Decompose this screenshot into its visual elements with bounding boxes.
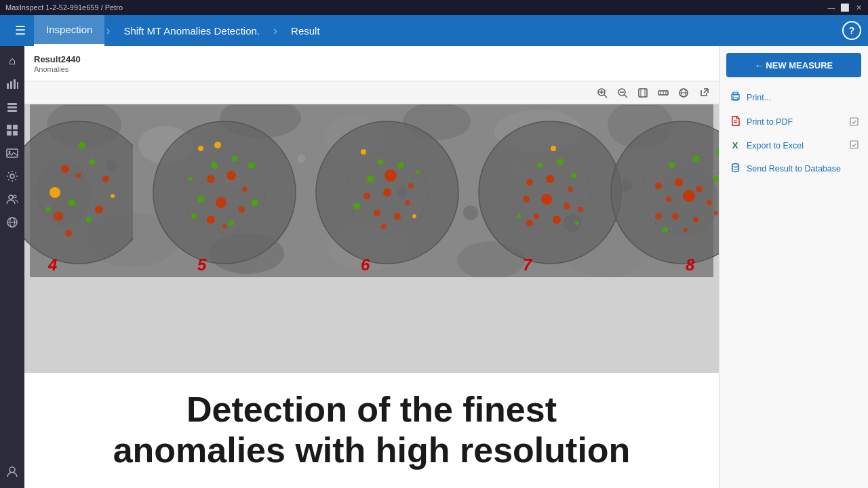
circle-8 [604, 111, 719, 270]
svg-point-103 [367, 176, 374, 182]
svg-point-95 [222, 224, 226, 228]
zoom-fit-btn[interactable] [633, 85, 652, 101]
sidebar-icon-settings[interactable] [1, 165, 23, 187]
svg-rect-7 [7, 125, 12, 129]
svg-rect-0 [7, 83, 9, 89]
svg-point-77 [111, 194, 115, 198]
send-db-icon [729, 163, 741, 175]
detection-text: Detection of the finest anomalies with h… [24, 373, 719, 488]
svg-point-104 [384, 169, 397, 182]
print-action[interactable]: Print... [726, 88, 861, 107]
svg-point-146 [693, 217, 698, 222]
export-excel-extra [850, 140, 859, 150]
detection-line1: Detection of the finest [113, 390, 631, 430]
result-subtitle: Anomalies [34, 65, 709, 73]
measure-btn[interactable] [654, 85, 673, 101]
svg-point-160 [732, 164, 738, 167]
svg-point-91 [229, 220, 234, 226]
sidebar-icon-globe[interactable] [1, 211, 23, 233]
svg-point-130 [578, 207, 583, 212]
svg-point-144 [707, 200, 712, 205]
svg-point-139 [655, 182, 662, 189]
svg-point-69 [102, 176, 109, 182]
svg-point-101 [378, 159, 383, 165]
sidebar-icon-layers[interactable] [1, 96, 23, 118]
nav-shift-mt[interactable]: Shift MT Anomalies Detection. [111, 15, 272, 46]
view-area[interactable]: 4 5 6 7 8 Detection of the finest anomal… [24, 104, 719, 488]
svg-point-102 [397, 162, 404, 169]
svg-point-155 [732, 96, 734, 97]
svg-point-14 [9, 195, 13, 199]
hamburger-menu[interactable]: ☰ [7, 23, 34, 38]
svg-point-120 [571, 173, 576, 178]
content-area: Result2440 Anomalies [24, 46, 719, 488]
sidebar-icon-users[interactable] [1, 188, 23, 210]
svg-point-143 [683, 190, 695, 202]
svg-point-123 [568, 186, 573, 192]
sidebar-icon-home[interactable]: ⌂ [1, 50, 23, 72]
svg-point-128 [553, 216, 561, 224]
export-excel-action[interactable]: X Export to Excel [726, 137, 861, 154]
svg-point-98 [214, 142, 221, 148]
export-view-btn[interactable] [694, 85, 713, 101]
nav-inspection[interactable]: Inspection [34, 15, 104, 46]
svg-point-93 [248, 162, 255, 169]
svg-point-119 [557, 159, 564, 165]
sidebar-icon-image[interactable] [1, 142, 23, 164]
svg-point-138 [713, 176, 719, 182]
zoom-out-btn[interactable] [613, 85, 632, 101]
svg-point-89 [238, 206, 245, 213]
send-db-label: Send Result to Database [747, 164, 859, 174]
svg-line-39 [704, 89, 708, 93]
maximize-btn[interactable]: ⬜ [841, 3, 849, 12]
print-pdf-label: Print to PDF [747, 117, 844, 127]
svg-point-127 [534, 214, 539, 219]
close-btn[interactable]: ✕ [854, 3, 863, 12]
svg-point-68 [90, 159, 95, 165]
svg-point-90 [207, 216, 215, 224]
svg-point-96 [252, 199, 258, 206]
svg-point-19 [9, 467, 15, 472]
svg-point-107 [383, 188, 391, 197]
detection-line2: anomalies with high resolution [113, 430, 631, 471]
svg-point-122 [546, 175, 554, 183]
print-pdf-action[interactable]: Print to PDF [726, 113, 861, 131]
svg-point-94 [198, 146, 203, 151]
svg-point-129 [517, 214, 521, 218]
svg-rect-158 [850, 118, 858, 125]
sidebar-icon-grid[interactable] [1, 119, 23, 141]
svg-point-80 [153, 121, 296, 264]
svg-rect-3 [17, 82, 18, 89]
svg-point-84 [207, 175, 215, 183]
svg-rect-159 [850, 141, 858, 148]
svg-point-76 [65, 230, 72, 237]
subheader: Result2440 Anomalies [24, 46, 719, 81]
svg-rect-10 [13, 131, 18, 136]
svg-point-75 [86, 217, 92, 222]
svg-rect-8 [13, 125, 18, 129]
new-measure-button[interactable]: ← NEW MEASURE [726, 53, 861, 77]
zoom-in-btn[interactable] [593, 85, 612, 101]
minimize-btn[interactable]: — [827, 3, 835, 12]
svg-point-136 [669, 163, 675, 168]
sidebar-icon-chart[interactable] [1, 73, 23, 95]
svg-point-92 [191, 214, 197, 219]
globe-btn[interactable] [674, 85, 693, 101]
microscope-view: 4 5 6 7 8 [24, 104, 719, 277]
svg-point-141 [696, 186, 703, 192]
nav-sep-2: › [273, 24, 277, 38]
nav-bar: ☰ Inspection › Shift MT Anomalies Detect… [0, 15, 868, 46]
help-button[interactable]: ? [842, 21, 861, 40]
svg-point-72 [68, 199, 75, 206]
print-label: Print... [747, 93, 859, 102]
svg-point-137 [692, 155, 699, 162]
send-db-action[interactable]: Send Result to Database [726, 159, 861, 178]
svg-point-108 [405, 200, 410, 205]
svg-point-151 [684, 228, 688, 232]
app-title: MaxInspect 1-2-52-991e659 / Petro [5, 3, 123, 12]
main-layout: ⌂ [0, 46, 868, 488]
svg-point-106 [363, 192, 370, 199]
nav-result[interactable]: Result [279, 15, 332, 46]
sidebar-icon-user[interactable] [1, 461, 23, 483]
svg-rect-1 [10, 81, 12, 89]
